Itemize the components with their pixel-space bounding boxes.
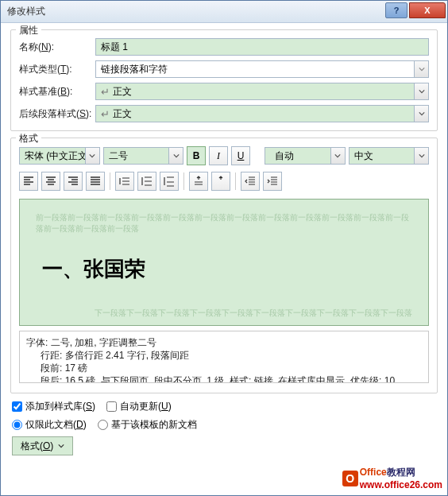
- align-justify-button[interactable]: [86, 172, 105, 191]
- space-before-dec-button[interactable]: [211, 172, 230, 191]
- next-combo[interactable]: ↵ 正文: [95, 105, 429, 122]
- line-spacing-15-button[interactable]: [137, 172, 156, 191]
- next-label: 后续段落样式(S):: [19, 107, 95, 121]
- chevron-down-icon: [58, 444, 64, 448]
- type-label: 样式类型(T):: [19, 63, 95, 76]
- base-label: 样式基准(B):: [19, 85, 95, 99]
- space-before-inc-button[interactable]: [189, 172, 208, 191]
- align-center-button[interactable]: [41, 172, 60, 191]
- chevron-down-icon[interactable]: [414, 148, 428, 164]
- chevron-down-icon[interactable]: [414, 83, 428, 99]
- base-combo[interactable]: ↵ 正文: [95, 83, 429, 100]
- help-button[interactable]: ?: [385, 2, 407, 18]
- chevron-down-icon: [414, 61, 428, 77]
- dialog-title: 修改样式: [7, 5, 385, 18]
- underline-button[interactable]: U: [231, 146, 250, 165]
- preview-ghost-after: 下一段落下一段落下一段落下一段落下一段落下一段落下一段落下一段落下一段落下一段落: [36, 308, 412, 319]
- paragraph-mark-icon: ↵: [101, 108, 110, 120]
- italic-button[interactable]: I: [209, 146, 228, 165]
- add-to-gallery-checkbox[interactable]: 添加到样式库(S): [12, 400, 95, 413]
- auto-update-checkbox[interactable]: 自动更新(U): [106, 400, 172, 413]
- bold-button[interactable]: B: [187, 146, 206, 165]
- properties-legend: 属性: [16, 24, 41, 37]
- chevron-down-icon[interactable]: [414, 106, 428, 122]
- name-label: 名称(N):: [19, 41, 95, 54]
- properties-group: 属性 名称(N): 标题 1 样式类型(T): 链接段落和字符 样式基准(B):…: [10, 29, 438, 131]
- modify-style-dialog: 修改样式 ? X 属性 名称(N): 标题 1 样式类型(T): 链接段落和字符…: [0, 0, 448, 496]
- preview-sample-text: 一、张国荣: [42, 255, 412, 283]
- paragraph-mark-icon: ↵: [101, 86, 110, 98]
- lang-combo[interactable]: 中文: [349, 147, 430, 165]
- indent-decrease-button[interactable]: [241, 172, 260, 191]
- only-this-doc-radio[interactable]: 仅限此文档(D): [12, 418, 87, 432]
- close-button[interactable]: X: [409, 2, 446, 18]
- align-right-button[interactable]: [64, 172, 83, 191]
- line-spacing-2-button[interactable]: [160, 172, 179, 191]
- watermark: O Office教程网 www.office26.com: [342, 466, 442, 490]
- format-legend: 格式: [16, 132, 41, 145]
- style-description: 字体: 二号, 加粗, 字距调整二号 行距: 多倍行距 2.41 字行, 段落间…: [19, 331, 429, 383]
- type-combo: 链接段落和字符: [95, 60, 429, 78]
- font-color-combo[interactable]: 自动: [265, 147, 346, 165]
- align-left-button[interactable]: [19, 172, 38, 191]
- preview-pane: 前一段落前一段落前一段落前一段落前一段落前一段落前一段落前一段落前一段落前一段落…: [19, 199, 429, 326]
- format-group: 格式 宋体 (中文正文) 二号 B I U 自动: [10, 138, 438, 393]
- chevron-down-icon[interactable]: [330, 148, 345, 164]
- format-menu-button[interactable]: 格式(O): [12, 436, 73, 455]
- name-input[interactable]: 标题 1: [95, 38, 429, 56]
- font-combo[interactable]: 宋体 (中文正文): [19, 147, 100, 165]
- line-spacing-1-button[interactable]: [115, 172, 134, 191]
- chevron-down-icon[interactable]: [168, 148, 183, 164]
- preview-ghost-before: 前一段落前一段落前一段落前一段落前一段落前一段落前一段落前一段落前一段落前一段落…: [36, 212, 412, 234]
- based-template-radio[interactable]: 基于该模板的新文档: [98, 418, 197, 432]
- office-logo-icon: O: [342, 471, 358, 486]
- indent-increase-button[interactable]: [263, 172, 282, 191]
- chevron-down-icon[interactable]: [85, 148, 99, 164]
- size-combo[interactable]: 二号: [103, 147, 184, 165]
- titlebar: 修改样式 ? X: [1, 1, 447, 23]
